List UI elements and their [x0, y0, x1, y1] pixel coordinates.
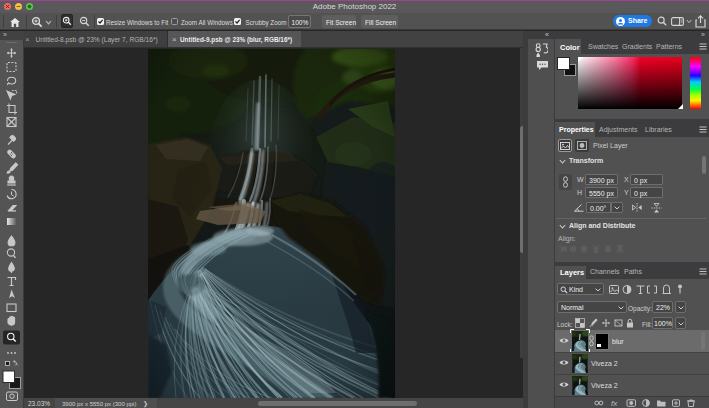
svg-text:fx: fx [611, 399, 618, 407]
